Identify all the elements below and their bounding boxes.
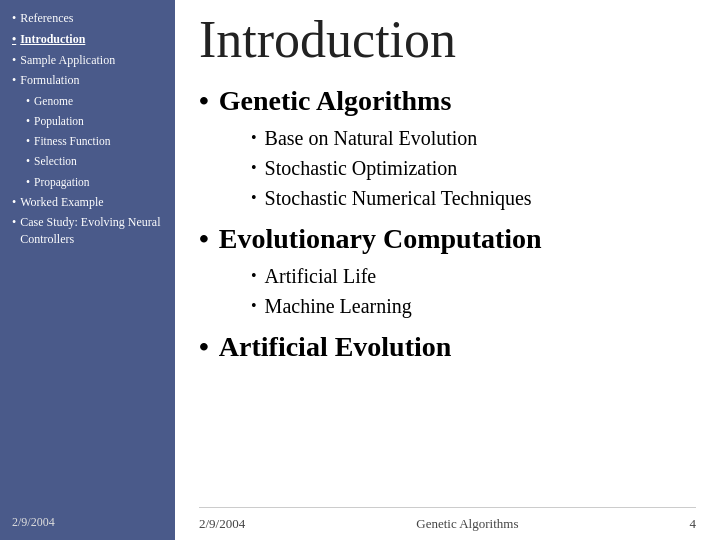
page-title: Introduction — [199, 10, 696, 69]
bullet-icon: • — [12, 31, 16, 48]
section-heading-2: Evolutionary Computation — [199, 223, 696, 255]
section-heading-3: Artificial Evolution — [199, 331, 696, 363]
sidebar-item-case-study[interactable]: • Case Study: Evolving Neural Controller… — [12, 214, 167, 248]
bullet-icon: • — [12, 214, 16, 231]
footer-bar: 2/9/2004 Genetic Algorithms 4 — [199, 507, 696, 540]
bullet-icon: • — [26, 174, 30, 190]
footer-course: Genetic Algorithms — [416, 516, 518, 532]
section-artificial-evolution: Artificial Evolution — [199, 331, 696, 369]
sidebar-item-worked-example[interactable]: • Worked Example — [12, 194, 167, 211]
sub-item-1-3: Stochastic Numerical Techniques — [251, 183, 696, 213]
sub-list-2: Artificial Life Machine Learning — [251, 261, 696, 321]
sidebar-item-population[interactable]: • Population — [12, 113, 167, 129]
sidebar-item-references[interactable]: • References — [12, 10, 167, 27]
sub-item-1-1: Base on Natural Evolution — [251, 123, 696, 153]
sub-item-1-2: Stochastic Optimization — [251, 153, 696, 183]
section-genetic-algorithms: Genetic Algorithms Base on Natural Evolu… — [199, 85, 696, 223]
bullet-icon: • — [26, 133, 30, 149]
section-heading-1: Genetic Algorithms — [199, 85, 696, 117]
content-body: Genetic Algorithms Base on Natural Evolu… — [199, 85, 696, 507]
bullet-icon: • — [26, 153, 30, 169]
bullet-icon: • — [12, 72, 16, 89]
section-evolutionary-computation: Evolutionary Computation Artificial Life… — [199, 223, 696, 331]
sub-item-2-1: Artificial Life — [251, 261, 696, 291]
footer-page: 4 — [689, 516, 696, 532]
sidebar-item-formulation[interactable]: • Formulation — [12, 72, 167, 89]
main-content: Introduction Genetic Algorithms Base on … — [175, 0, 720, 540]
sub-item-2-2: Machine Learning — [251, 291, 696, 321]
bullet-icon: • — [12, 10, 16, 27]
bullet-icon: • — [12, 194, 16, 211]
sidebar-nav: • References • Introduction • Sample App… — [12, 10, 167, 507]
bullet-icon: • — [12, 52, 16, 69]
sidebar-item-introduction[interactable]: • Introduction — [12, 31, 167, 48]
sidebar-footer: 2/9/2004 — [12, 507, 167, 530]
sidebar-item-genome[interactable]: • Genome — [12, 93, 167, 109]
sidebar-item-sample-application[interactable]: • Sample Application — [12, 52, 167, 69]
footer-date: 2/9/2004 — [199, 516, 245, 532]
sub-list-1: Base on Natural Evolution Stochastic Opt… — [251, 123, 696, 213]
bullet-icon: • — [26, 113, 30, 129]
bullet-icon: • — [26, 93, 30, 109]
sidebar-item-fitness[interactable]: • Fitness Function — [12, 133, 167, 149]
sidebar-item-selection[interactable]: • Selection — [12, 153, 167, 169]
sidebar-item-propagation[interactable]: • Propagation — [12, 174, 167, 190]
sidebar: • References • Introduction • Sample App… — [0, 0, 175, 540]
